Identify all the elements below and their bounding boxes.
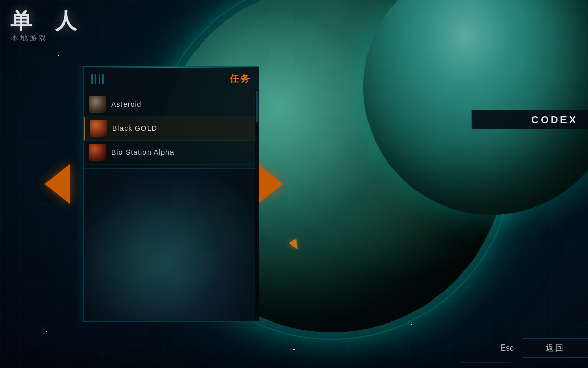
deco-line-4 bbox=[102, 74, 104, 84]
deco-line-2 bbox=[95, 74, 96, 84]
return-button[interactable]: 返回 bbox=[522, 338, 588, 358]
panel-title: 任务 bbox=[230, 73, 251, 85]
scroll-thumb bbox=[256, 91, 258, 122]
deco-line-3 bbox=[99, 74, 100, 84]
mission-item-black-gold[interactable]: Black GOLD bbox=[84, 117, 255, 141]
mission-name-bio-station: Bio Station Alpha bbox=[111, 148, 175, 156]
mission-item-asteroid[interactable]: Asteroid bbox=[84, 93, 255, 117]
mission-icon-asteroid bbox=[89, 96, 106, 113]
mission-panel: 任务 AsteroidBlack GOLDBio Station AlphaBa… bbox=[83, 66, 259, 322]
codex-label: CODEX bbox=[531, 114, 578, 126]
hud-left-decoration bbox=[0, 66, 84, 322]
nav-arrow-left[interactable] bbox=[45, 164, 70, 204]
return-label: 返回 bbox=[546, 343, 565, 354]
title-char2: 人 bbox=[55, 10, 83, 32]
mission-name-asteroid: Asteroid bbox=[111, 100, 141, 108]
panel-deco-lines bbox=[91, 74, 104, 84]
subtitle: 本地游戏 bbox=[10, 34, 88, 43]
header: 单 人 本地游戏 bbox=[10, 10, 88, 43]
esc-area: Esc 返回 bbox=[500, 338, 588, 358]
mission-icon-bio-station bbox=[89, 144, 106, 161]
panel-scrollbar[interactable] bbox=[255, 90, 259, 321]
mission-name-black-gold: Black GOLD bbox=[112, 124, 157, 132]
mission-icon-black-gold bbox=[90, 120, 107, 137]
mission-item-bio-station[interactable]: Bio Station Alpha bbox=[84, 141, 255, 165]
deco-line-1 bbox=[91, 74, 93, 84]
panel-header: 任务 bbox=[84, 67, 259, 90]
title-main: 单 人 bbox=[10, 10, 88, 32]
nav-arrow-right[interactable] bbox=[257, 164, 283, 204]
codex-button[interactable]: CODEX bbox=[471, 110, 588, 129]
title-char1: 单 bbox=[10, 10, 38, 32]
map-preview bbox=[84, 168, 255, 321]
corner-br-decoration bbox=[460, 332, 511, 363]
